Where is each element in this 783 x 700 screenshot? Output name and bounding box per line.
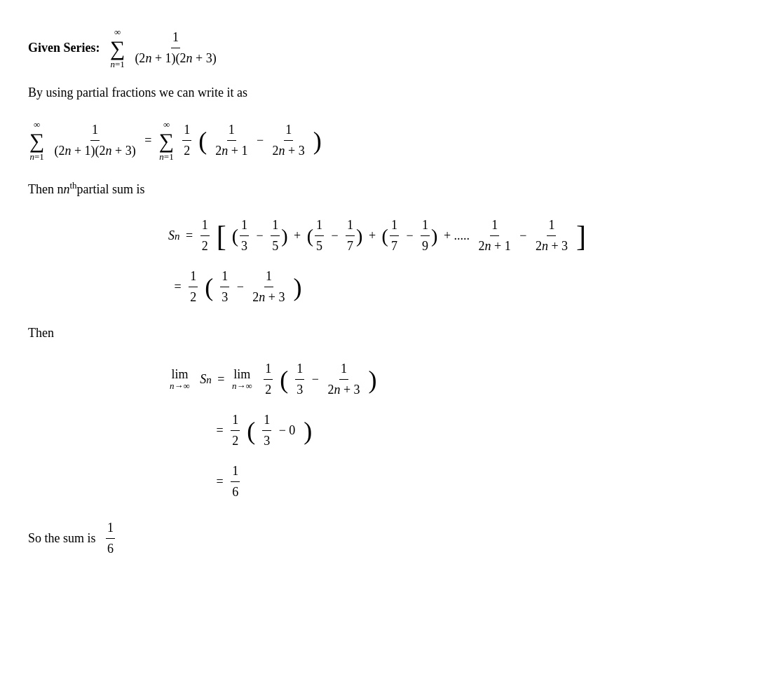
lim-symbol-1: lim n→∞ [170, 368, 190, 392]
lhs-fraction: 1 (2n + 1)(2n + 3) [53, 121, 137, 160]
sn-line2: = 1 2 ( 1 3 − 1 2n + 3 ) [168, 267, 755, 307]
rhs-frac2: 1 2n + 3 [271, 121, 306, 160]
partial-fractions-text: By using partial fractions we can write … [28, 83, 755, 102]
paren-open-e: ( [280, 367, 288, 392]
sn-half: 1 2 [200, 216, 210, 256]
limit-line3: = 1 6 [210, 462, 755, 502]
frac-1-2n3b: 1 2n + 3 [251, 267, 286, 307]
nth-partial-sum-text-section: Then nnthpartial sum is [28, 179, 755, 199]
sn2-half: 1 2 [189, 267, 198, 307]
then-label: Then [28, 326, 54, 340]
sum-symbol-1: ∞ ∑ n=1 [110, 27, 125, 69]
sn-line1: Sn = 1 2 [ ( 1 3 − 1 5 ) + ( 1 5 − 1 [168, 216, 755, 256]
paren-close-e: ) [369, 367, 377, 392]
then-text-section: Then [28, 324, 755, 343]
partial-fractions-section: By using partial fractions we can write … [28, 83, 755, 102]
paren-close-f: ) [304, 418, 312, 444]
paren-close-c: ) [431, 226, 437, 246]
large-paren-close-1: ) [313, 128, 322, 153]
partial-fraction-equation: ∞ ∑ n=1 1 (2n + 1)(2n + 3) = ∞ ∑ n=1 1 2… [28, 119, 755, 162]
so-sum-text: So the sum is [28, 529, 96, 548]
lim-frac-1-3: 1 3 [295, 359, 304, 399]
paren-close-d: ) [293, 275, 301, 300]
frac-1-2n1: 1 2n + 1 [477, 216, 512, 256]
paren-open-d: ( [205, 275, 213, 300]
sn-equation-block: Sn = 1 2 [ ( 1 3 − 1 5 ) + ( 1 5 − 1 [28, 216, 755, 307]
paren-open-a: ( [232, 226, 238, 246]
lim-frac-1-2n3: 1 2n + 3 [326, 359, 361, 399]
lim-half: 1 2 [264, 359, 273, 399]
lim-symbol-2: lim n→∞ [232, 368, 252, 392]
large-paren-open-1: ( [198, 128, 207, 153]
pf-equation-line: ∞ ∑ n=1 1 (2n + 1)(2n + 3) = ∞ ∑ n=1 1 2… [28, 119, 755, 162]
frac-1-3: 1 3 [240, 216, 249, 256]
bracket-open: [ [217, 221, 226, 251]
frac-1-2n3a: 1 2n + 3 [534, 216, 569, 256]
then-nth-text: Then n [28, 182, 63, 196]
paren-open-f: ( [247, 418, 255, 444]
rhs-frac1: 1 2n + 1 [214, 121, 249, 160]
sum-symbol-2: ∞ ∑ n=1 [29, 119, 44, 162]
bracket-close: ] [576, 221, 586, 251]
paren-close-a: ) [281, 226, 287, 246]
series-fraction: 1 (2n + 1)(2n + 3) [133, 28, 217, 68]
frac-1-5a: 1 5 [271, 216, 280, 256]
th-superscript: th [69, 180, 76, 191]
final-result-frac: 1 6 [106, 519, 115, 558]
given-series-line: Given Series: ∞ ∑ n=1 1 (2n + 1)(2n + 3) [28, 27, 755, 69]
limit-line1: lim n→∞ Sn = lim n→∞ 1 2 ( 1 3 − 1 2n + … [168, 359, 755, 399]
sum-symbol-3: ∞ ∑ n=1 [159, 119, 174, 162]
frac-1-7a: 1 7 [346, 216, 355, 256]
frac-1-5b: 1 5 [315, 216, 324, 256]
given-series-section: Given Series: ∞ ∑ n=1 1 (2n + 1)(2n + 3) [28, 27, 755, 69]
limit-line2: = 1 2 ( 1 3 − 0 ) [210, 411, 755, 451]
lim2-frac-1-3: 1 3 [262, 411, 271, 451]
paren-close-b: ) [356, 226, 362, 246]
frac-1-7b: 1 7 [390, 216, 399, 256]
limit-equation-block: lim n→∞ Sn = lim n→∞ 1 2 ( 1 3 − 1 2n + … [28, 359, 755, 502]
partial-sum-text: partial sum is [77, 182, 145, 196]
paren-open-c: ( [382, 226, 388, 246]
paren-open-b: ( [307, 226, 313, 246]
frac-1-3b: 1 3 [220, 267, 229, 307]
result-frac-1-6: 1 6 [231, 462, 240, 502]
frac-1-9: 1 9 [421, 216, 430, 256]
given-series-label: Given Series: [28, 39, 100, 57]
rhs-half-fraction: 1 2 [182, 121, 191, 160]
conclusion-line: So the sum is 1 6 [28, 519, 755, 558]
conclusion-section: So the sum is 1 6 [28, 519, 755, 558]
lim2-half: 1 2 [231, 411, 240, 451]
